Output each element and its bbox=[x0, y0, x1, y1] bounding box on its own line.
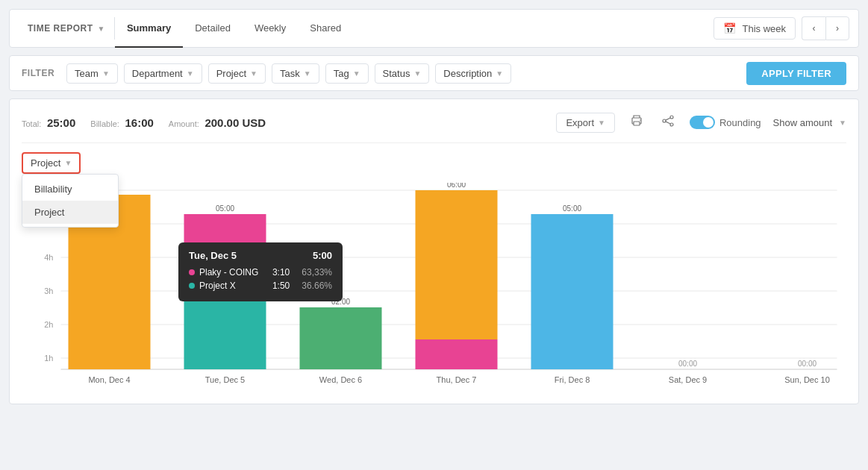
svg-text:Fri, Dec 8: Fri, Dec 8 bbox=[555, 375, 590, 384]
bar-wed[interactable] bbox=[300, 307, 382, 369]
toggle-knob bbox=[703, 117, 714, 128]
date-nav: ‹ › bbox=[802, 16, 849, 40]
apply-filter-button[interactable]: APPLY FILTER bbox=[746, 62, 846, 85]
top-bar: TIME REPORT ▼ Summary Detailed Weekly Sh… bbox=[9, 9, 859, 48]
main-area: Total: 25:00 Billable: 16:00 Amount: 200… bbox=[9, 98, 859, 404]
groupby-label: Project bbox=[31, 157, 60, 169]
tab-detailed[interactable]: Detailed bbox=[183, 9, 243, 48]
stats-right: Export ▼ Rounding Show amount ▼ bbox=[556, 111, 846, 134]
total-value: 25:00 bbox=[47, 116, 75, 129]
show-amount-button[interactable]: Show amount ▼ bbox=[773, 117, 846, 128]
groupby-dropdown-menu: Billability Project bbox=[22, 174, 119, 228]
export-button[interactable]: Export ▼ bbox=[556, 113, 614, 133]
show-amount-label: Show amount bbox=[773, 117, 833, 128]
filter-team[interactable]: Team ▼ bbox=[66, 63, 118, 84]
export-label: Export bbox=[566, 117, 594, 128]
project-filter-chevron-icon: ▼ bbox=[250, 69, 257, 78]
svg-text:Wed, Dec 6: Wed, Dec 6 bbox=[319, 375, 362, 384]
filter-department[interactable]: Department ▼ bbox=[124, 63, 202, 84]
show-amount-chevron-icon: ▼ bbox=[839, 119, 846, 127]
svg-text:Mon, Dec 4: Mon, Dec 4 bbox=[88, 375, 130, 384]
svg-point-3 bbox=[670, 116, 673, 119]
filter-bar: FILTER Team ▼ Department ▼ Project ▼ Tas… bbox=[9, 55, 859, 91]
svg-text:00:00: 00:00 bbox=[678, 360, 697, 368]
filter-description[interactable]: Description ▼ bbox=[435, 63, 511, 84]
svg-text:02:00: 02:00 bbox=[331, 298, 350, 306]
calendar-icon: 📅 bbox=[723, 22, 736, 34]
svg-text:Sun, Dec 10: Sun, Dec 10 bbox=[784, 375, 830, 384]
svg-rect-1 bbox=[634, 122, 640, 125]
department-chevron-icon: ▼ bbox=[187, 69, 194, 78]
rounding-label: Rounding bbox=[719, 117, 761, 128]
tab-summary[interactable]: Summary bbox=[115, 9, 183, 48]
billable-stat: Billable: 16:00 bbox=[90, 116, 154, 129]
share-button[interactable] bbox=[658, 111, 678, 134]
svg-text:3h: 3h bbox=[44, 286, 53, 295]
svg-text:Sat, Dec 9: Sat, Dec 9 bbox=[669, 375, 707, 384]
filter-project[interactable]: Project ▼ bbox=[208, 63, 266, 84]
groupby-chevron-icon: ▼ bbox=[64, 159, 72, 167]
filter-tag[interactable]: Tag ▼ bbox=[325, 63, 369, 84]
chart-area: 6h 5h 4h 3h 2h 1h 05:30 Mon, Dec 4 05:00… bbox=[22, 183, 846, 392]
svg-point-5 bbox=[670, 123, 673, 126]
time-report-chevron-icon: ▼ bbox=[98, 25, 105, 33]
bar-tue-bottom[interactable] bbox=[184, 292, 266, 369]
svg-point-4 bbox=[663, 119, 666, 122]
export-chevron-icon: ▼ bbox=[598, 119, 605, 127]
billable-value: 16:00 bbox=[125, 116, 153, 129]
svg-text:Tue, Dec 5: Tue, Dec 5 bbox=[205, 375, 245, 384]
stats-row: Total: 25:00 Billable: 16:00 Amount: 200… bbox=[22, 111, 846, 143]
svg-line-7 bbox=[666, 122, 670, 124]
amount-stat: Amount: 200.00 USD bbox=[169, 116, 266, 129]
rounding-toggle: Rounding bbox=[690, 116, 761, 129]
svg-text:2h: 2h bbox=[44, 320, 53, 329]
svg-text:Thu, Dec 7: Thu, Dec 7 bbox=[437, 375, 477, 384]
total-label: Total: bbox=[22, 119, 41, 128]
amount-label: Amount: bbox=[169, 119, 199, 128]
amount-value: 200.00 USD bbox=[204, 116, 266, 129]
top-bar-right: 📅 This week ‹ › bbox=[714, 16, 849, 40]
groupby-option-billability[interactable]: Billability bbox=[22, 178, 118, 201]
svg-text:06:00: 06:00 bbox=[447, 183, 466, 189]
svg-line-6 bbox=[666, 118, 670, 120]
time-report-label: TIME REPORT bbox=[28, 23, 93, 34]
groupby-dropdown-button[interactable]: Project ▼ bbox=[22, 152, 81, 174]
tab-weekly[interactable]: Weekly bbox=[243, 9, 298, 48]
svg-text:4h: 4h bbox=[44, 253, 53, 262]
bar-tue-top[interactable] bbox=[184, 214, 266, 292]
bar-fri[interactable] bbox=[531, 214, 613, 369]
groupby-dropdown-wrap: Project ▼ Billability Project bbox=[22, 152, 81, 174]
top-bar-left: TIME REPORT ▼ Summary Detailed Weekly Sh… bbox=[19, 9, 353, 48]
filter-task[interactable]: Task ▼ bbox=[272, 63, 319, 84]
status-chevron-icon: ▼ bbox=[413, 69, 421, 78]
svg-text:00:00: 00:00 bbox=[798, 360, 817, 368]
next-week-button[interactable]: › bbox=[825, 16, 849, 40]
svg-point-2 bbox=[640, 119, 641, 121]
task-chevron-icon: ▼ bbox=[304, 69, 311, 78]
tag-chevron-icon: ▼ bbox=[353, 69, 360, 78]
filter-label: FILTER bbox=[22, 68, 54, 78]
team-chevron-icon: ▼ bbox=[102, 69, 110, 78]
date-range-label: This week bbox=[742, 23, 786, 34]
total-stat: Total: 25:00 bbox=[22, 116, 75, 129]
prev-week-button[interactable]: ‹ bbox=[802, 16, 825, 40]
chart-container: Project ▼ Billability Project bbox=[22, 152, 846, 392]
time-report-dropdown[interactable]: TIME REPORT ▼ bbox=[19, 17, 115, 40]
groupby-option-project[interactable]: Project bbox=[22, 201, 118, 224]
svg-text:05:00: 05:00 bbox=[563, 204, 581, 213]
print-button[interactable] bbox=[627, 111, 646, 134]
filter-status[interactable]: Status ▼ bbox=[375, 63, 430, 84]
svg-text:05:00: 05:00 bbox=[216, 204, 234, 213]
app-container: TIME REPORT ▼ Summary Detailed Weekly Sh… bbox=[0, 0, 868, 470]
svg-text:1h: 1h bbox=[44, 354, 53, 363]
billable-label: Billable: bbox=[90, 119, 119, 128]
date-range-selector[interactable]: 📅 This week bbox=[714, 17, 796, 40]
bar-thu-bottom[interactable] bbox=[416, 339, 498, 369]
rounding-toggle-switch[interactable] bbox=[690, 116, 715, 129]
bar-chart: 6h 5h 4h 3h 2h 1h 05:30 Mon, Dec 4 05:00… bbox=[22, 183, 846, 392]
description-chevron-icon: ▼ bbox=[496, 69, 503, 78]
bar-thu-top[interactable] bbox=[416, 190, 498, 339]
tab-shared[interactable]: Shared bbox=[298, 9, 353, 48]
